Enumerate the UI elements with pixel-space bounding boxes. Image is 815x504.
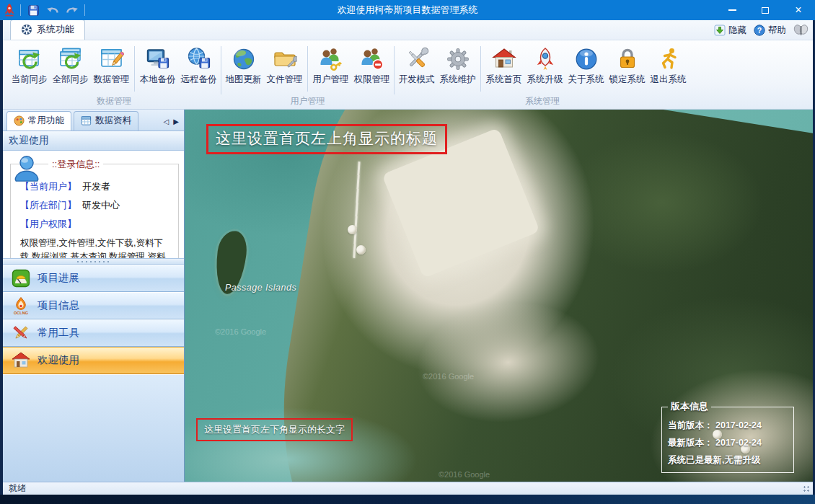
ribbon-button-label: 关于系统 (568, 74, 604, 86)
ribbon-button-current-sync[interactable]: 当前同步 (9, 43, 50, 95)
ribbon-button-label: 开发模式 (399, 74, 435, 86)
exit-runner-icon (656, 47, 681, 71)
rocket-icon (533, 47, 558, 71)
close-icon: × (795, 4, 801, 16)
ribbon-button-permission-management[interactable]: 权限管理 (351, 43, 392, 95)
close-button[interactable]: × (782, 0, 815, 20)
ribbon-button-label: 数据管理 (94, 74, 130, 86)
ribbon-button-sync-all[interactable]: 全部同步 (50, 43, 91, 95)
sidebar-item-welcome[interactable]: 欢迎使用 (3, 347, 184, 374)
ribbon-button-file-management[interactable]: 文件管理 (264, 43, 305, 95)
redo-icon (66, 4, 79, 16)
separator (480, 46, 481, 92)
sidebar-splitter[interactable] (3, 258, 184, 265)
ribbon-button-system-maintenance[interactable]: 系统维护 (437, 43, 478, 95)
app-logo-icon (4, 4, 15, 17)
ribbon-button-system-home[interactable]: 系统首页 (483, 43, 524, 95)
titlebar: 欢迎使用柯蒂斯项目数据管理系统 × (0, 0, 815, 20)
panel-title: 欢迎使用 (3, 131, 184, 151)
oclng-badge: OCLNG (14, 311, 28, 315)
separator (84, 4, 85, 16)
gear-icon (446, 47, 470, 71)
minimize-button[interactable] (715, 0, 749, 20)
ribbon-button-lock-system[interactable]: 锁定系统 (607, 43, 648, 95)
gear-icon (21, 24, 32, 35)
ribbon-button-label: 远程备份 (181, 74, 217, 86)
ribbon-button-label: 本地备份 (140, 74, 176, 86)
hide-ribbon-button[interactable]: 隐藏 (714, 25, 746, 37)
save-button[interactable] (26, 2, 40, 18)
palette-icon (14, 115, 25, 126)
resize-grip[interactable] (802, 485, 810, 492)
separator (20, 4, 21, 16)
ribbon-button-system-upgrade[interactable]: 系统升级 (524, 43, 565, 95)
latest-version: 最新版本： 2017-02-24 (668, 437, 788, 449)
table-edit-icon (100, 47, 124, 71)
table-sync-icon (17, 47, 42, 71)
sidebar-panel: ::登录信息:: 【当前用户】开发者 【所在部门】研发中心 【用户权限】 权限管… (3, 151, 184, 258)
login-row: 【当前用户】开发者 (20, 180, 174, 193)
ribbon-button-exit-system[interactable]: 退出系统 (648, 43, 689, 95)
ribbon-group-label: 系统管理 (396, 95, 689, 109)
ribbon-button-label: 系统首页 (486, 74, 522, 86)
map-view[interactable]: 这里设置首页左上角显示的标题 Passage Islands ©2016 Goo… (185, 110, 813, 482)
globe-icon (232, 47, 256, 71)
window-bottom-frame (0, 495, 815, 504)
ribbon-button-local-backup[interactable]: 本地备份 (137, 43, 178, 95)
ribbon-button-remote-backup[interactable]: 远程备份 (178, 43, 219, 95)
ribbon-button-dev-mode[interactable]: 开发模式 (396, 43, 437, 95)
ribbon-button-label: 全部同步 (53, 74, 89, 86)
sidebar-tab-common-functions[interactable]: 常用功能 (6, 111, 71, 131)
tab-label: 系统功能 (37, 23, 74, 36)
ribbon: 当前同步 全部同步 数据管理 本地备份 远程备份 (3, 40, 813, 110)
tab-scroll-right-icon[interactable]: ▶ (173, 118, 179, 125)
undo-button[interactable] (45, 2, 60, 18)
sidebar-tab-data-materials[interactable]: 数据资料 (74, 111, 138, 131)
help-button[interactable]: ? 帮助 (754, 25, 786, 37)
ribbon-button-about-system[interactable]: 关于系统 (565, 43, 607, 95)
ribbon-button-label: 当前同步 (12, 74, 48, 86)
login-row: 【用户权限】 (20, 218, 174, 231)
data-grid-icon (81, 115, 92, 126)
ribbon-group-user-management: 地图更新 文件管理 用户管理 权限管理 用户管理 (223, 43, 392, 109)
ribbon-group-system-management: 开发模式 系统维护 系统首页 系统升级 关于系统 (396, 43, 689, 109)
sidebar-item-project-progress[interactable]: 项目进展 (3, 265, 184, 292)
hide-arrow-icon (714, 25, 726, 36)
map-watermark: ©2016 Google (439, 470, 490, 479)
svg-text:?: ? (757, 26, 762, 35)
status-bar: 就绪 (3, 482, 813, 495)
ribbon-button-map-update[interactable]: 地图更新 (223, 43, 264, 95)
sidebar-item-project-info[interactable]: OCLNG 项目信息 (3, 292, 184, 319)
map-watermark: ©2016 Google (215, 327, 266, 336)
window-title: 欢迎使用柯蒂斯项目数据管理系统 (0, 4, 815, 17)
sidebar-tabs: 常用功能 数据资料 ◁ ▶ (3, 110, 184, 131)
login-row: 【所在部门】研发中心 (20, 199, 174, 212)
ribbon-button-user-management[interactable]: 用户管理 (310, 43, 351, 95)
quick-access-toolbar (0, 2, 85, 18)
ribbon-button-label: 地图更新 (226, 74, 262, 86)
sidebar-item-common-tools[interactable]: 常用工具 (3, 319, 184, 347)
home-icon (492, 47, 516, 71)
maximize-button[interactable] (749, 0, 782, 20)
current-version: 当前版本： 2017-02-24 (668, 420, 788, 432)
map-clearing (411, 294, 604, 432)
map-footer-overlay: 这里设置首页左下角显示的长文字 (196, 418, 353, 441)
crossed-pencils-icon (12, 324, 30, 342)
separator (221, 46, 221, 94)
separator (394, 46, 395, 94)
ribbon-group-label: 数据管理 (9, 95, 219, 109)
login-info-box: ::登录信息:: 【当前用户】开发者 【所在部门】研发中心 【用户权限】 权限管… (10, 164, 179, 258)
ribbon-button-data-management[interactable]: 数据管理 (91, 43, 132, 95)
map-place-label: Passage Islands (225, 283, 296, 293)
home-icon (12, 351, 30, 370)
redo-button[interactable] (65, 2, 79, 18)
ribbon-tab-row: 系统功能 隐藏 ? 帮助 (3, 20, 813, 40)
upgrade-status: 系统已是最新,无需升级 (668, 454, 788, 467)
tables-sync-icon (58, 47, 83, 71)
tab-system-functions[interactable]: 系统功能 (10, 19, 85, 40)
ribbon-button-label: 用户管理 (313, 74, 349, 86)
login-info-title: ::登录信息:: (48, 158, 103, 171)
tab-scroll-left-icon[interactable]: ◁ (164, 118, 169, 125)
tools-icon (405, 47, 429, 71)
ribbon-button-label: 文件管理 (267, 74, 303, 86)
